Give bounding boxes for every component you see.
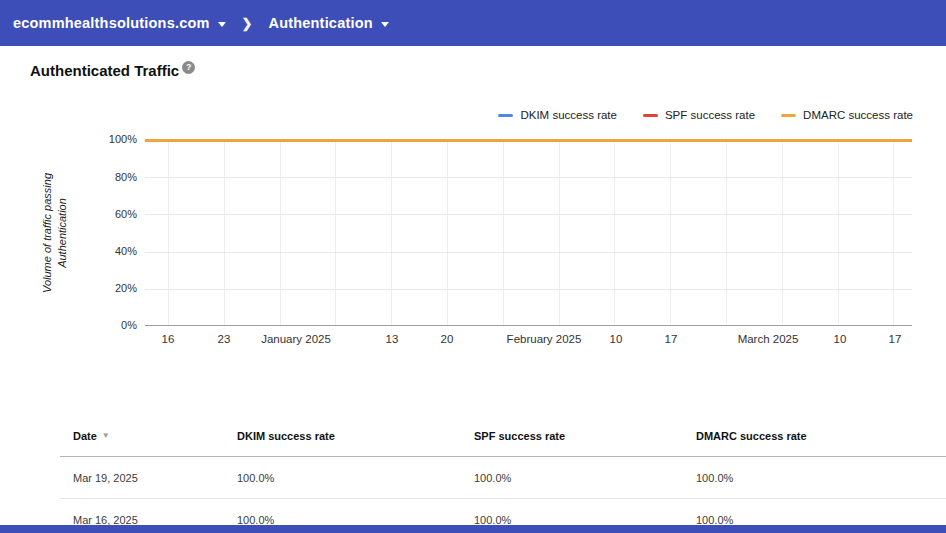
help-icon[interactable]: ? — [182, 61, 195, 74]
column-header-spf[interactable]: SPF success rate — [474, 430, 696, 442]
cell-dmarc: 100.0% — [696, 472, 946, 484]
gridline — [503, 140, 504, 326]
x-tick-label: 20 — [441, 333, 454, 345]
legend-item-dkim: DKIM success rate — [498, 109, 617, 121]
gridline — [726, 140, 727, 326]
y-tick-label: 60% — [93, 208, 137, 220]
y-axis-title: Volume of traffic passing Authentication — [40, 148, 70, 318]
x-axis-line — [145, 325, 912, 326]
column-header-dmarc[interactable]: DMARC success rate — [696, 430, 946, 442]
y-tick-label: 40% — [93, 245, 137, 257]
column-header-date[interactable]: Date ▼ — [73, 430, 237, 442]
cell-date: Mar 16, 2025 — [73, 514, 237, 526]
x-tick-label: 16 — [162, 333, 175, 345]
table-row[interactable]: Mar 19, 2025 100.0% 100.0% 100.0% — [60, 457, 946, 499]
x-tick-label: 23 — [218, 333, 231, 345]
section-selector[interactable]: Authentication — [268, 15, 388, 31]
dmarc-line-swatch-icon — [781, 114, 796, 117]
legend-label: DMARC success rate — [803, 109, 913, 121]
domain-selector[interactable]: ecommhealthsolutions.com — [13, 15, 226, 31]
gridline — [168, 140, 169, 326]
x-tick-label: 10 — [610, 333, 623, 345]
x-tick-label: 17 — [665, 333, 678, 345]
y-tick-label: 100% — [93, 133, 137, 145]
domain-selector-label: ecommhealthsolutions.com — [13, 15, 210, 31]
chart-legend: DKIM success rate SPF success rate DMARC… — [498, 109, 913, 121]
y-tick-label: 20% — [93, 282, 137, 294]
dkim-line-swatch-icon — [498, 114, 513, 117]
gridline — [145, 289, 912, 290]
caret-down-icon — [381, 22, 389, 27]
x-tick-label: March 2025 — [738, 333, 799, 345]
cell-dkim: 100.0% — [237, 472, 474, 484]
gridline — [145, 252, 912, 253]
cell-spf: 100.0% — [474, 472, 696, 484]
x-tick-label: 17 — [889, 333, 902, 345]
gridline — [391, 140, 392, 326]
gridline — [614, 140, 615, 326]
cell-spf: 100.0% — [474, 514, 696, 526]
chevron-right-icon: ❯ — [242, 16, 253, 31]
gridline — [145, 177, 912, 178]
gridline — [447, 140, 448, 326]
caret-down-icon — [218, 22, 226, 27]
gridline — [559, 140, 560, 326]
legend-item-dmarc: DMARC success rate — [781, 109, 913, 121]
sort-descending-icon: ▼ — [102, 431, 110, 440]
page-title-row: Authenticated Traffic ? — [30, 62, 195, 79]
gridline — [893, 140, 894, 326]
gridline — [782, 140, 783, 326]
bottom-bar — [0, 525, 946, 533]
table-header-row: Date ▼ DKIM success rate SPF success rat… — [60, 415, 946, 457]
chart-plot-area: 100% 80% 60% 40% 20% 0% 16 23 January 20… — [145, 140, 912, 326]
x-tick-label: January 2025 — [261, 333, 331, 345]
legend-label: DKIM success rate — [520, 109, 617, 121]
column-header-label: Date — [73, 430, 97, 442]
gridline — [838, 140, 839, 326]
x-tick-label: 10 — [834, 333, 847, 345]
dmarc-series-line — [145, 139, 912, 142]
cell-date: Mar 19, 2025 — [73, 472, 237, 484]
gridline — [280, 140, 281, 326]
y-tick-label: 80% — [93, 171, 137, 183]
legend-label: SPF success rate — [665, 109, 755, 121]
gridline — [670, 140, 671, 326]
cell-dkim: 100.0% — [237, 514, 474, 526]
cell-dmarc: 100.0% — [696, 514, 946, 526]
x-tick-label: February 2025 — [507, 333, 582, 345]
column-header-dkim[interactable]: DKIM success rate — [237, 430, 474, 442]
legend-item-spf: SPF success rate — [643, 109, 755, 121]
y-tick-label: 0% — [93, 319, 137, 331]
gridline — [224, 140, 225, 326]
page-title: Authenticated Traffic — [30, 62, 179, 79]
gridline — [145, 214, 912, 215]
x-tick-label: 13 — [386, 333, 399, 345]
auth-rates-table: Date ▼ DKIM success rate SPF success rat… — [60, 415, 946, 533]
top-nav-bar: ecommhealthsolutions.com ❯ Authenticatio… — [0, 0, 946, 46]
spf-line-swatch-icon — [643, 114, 658, 117]
section-selector-label: Authentication — [268, 15, 372, 31]
gridline — [335, 140, 336, 326]
